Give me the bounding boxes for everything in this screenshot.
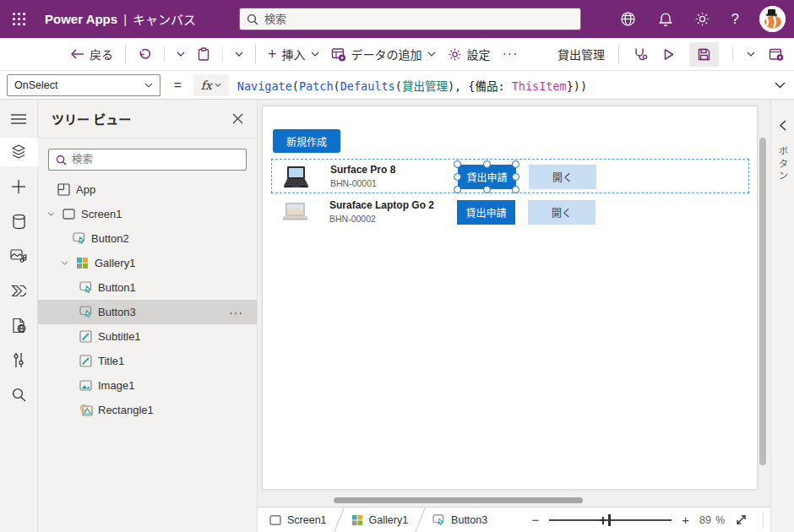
formula-token: ( [292, 79, 299, 93]
tree-item-label: Button2 [91, 232, 129, 245]
new-create-button[interactable]: 新規作成 [273, 129, 340, 153]
button-icon [432, 514, 445, 526]
overflow-menu-button[interactable]: ··· [503, 46, 519, 62]
global-search[interactable] [239, 8, 581, 30]
media-icon[interactable] [0, 242, 38, 270]
help-icon[interactable]: ? [731, 11, 739, 28]
left-rail [0, 100, 38, 532]
chevron-down-icon[interactable] [58, 261, 70, 265]
preview-play-icon[interactable] [661, 47, 676, 62]
selection-handle[interactable] [454, 160, 461, 168]
tree-search-input[interactable] [72, 154, 239, 166]
app-checker-icon[interactable] [633, 46, 648, 62]
paste-menu-button[interactable] [235, 52, 243, 57]
selection-handle[interactable] [512, 186, 519, 193]
breadcrumb-screen1[interactable]: Screen1 [258, 508, 339, 532]
chevron-down-icon[interactable] [45, 212, 57, 216]
zoom-value: 89 [699, 514, 711, 526]
tree-item-title1[interactable]: Title1 [38, 349, 257, 373]
fullscreen-icon[interactable] [735, 513, 748, 526]
tree-view-icon[interactable] [0, 138, 38, 166]
power-automate-icon[interactable] [0, 276, 38, 305]
command-bar: 戻る + 挿入 データの [0, 38, 794, 71]
selection-handle[interactable] [454, 186, 461, 193]
page-title: Power Apps | キャンバス [45, 10, 196, 28]
tree-item-rectangle1[interactable]: Rectangle1 [38, 398, 257, 422]
selection-handle[interactable] [483, 160, 491, 168]
tree-item-image1[interactable]: Image1 [38, 373, 257, 398]
expand-panel-icon[interactable] [780, 120, 786, 131]
chevron-down-icon [311, 52, 319, 57]
settings-icon[interactable] [694, 11, 711, 28]
open-button[interactable]: 開く [528, 200, 596, 225]
tree-item-label: Rectangle1 [98, 404, 154, 416]
virtual-agents-icon[interactable] [0, 311, 38, 339]
zoom-slider-thumb[interactable] [608, 514, 611, 526]
vertical-scrollbar[interactable] [759, 138, 766, 465]
lend-request-button[interactable]: 貸出申請 [457, 200, 515, 225]
back-button[interactable]: 戻る [71, 46, 113, 62]
zoom-slider[interactable] [549, 514, 672, 526]
hamburger-icon[interactable] [0, 106, 38, 132]
avatar[interactable] [759, 6, 786, 32]
formula-token: Navigate [237, 79, 292, 93]
advanced-tools-icon[interactable] [0, 345, 38, 374]
save-button[interactable] [689, 42, 719, 67]
search-input[interactable] [264, 13, 574, 25]
breadcrumb-gallery1[interactable]: Gallery1 [340, 508, 421, 532]
device-image [281, 201, 309, 224]
zoom-in-button[interactable]: + [682, 513, 689, 526]
save-menu-button[interactable] [747, 52, 755, 57]
formula-token: ( [395, 79, 402, 93]
tree-item-button3[interactable]: Button3 ··· [38, 300, 257, 324]
image-icon [79, 378, 93, 393]
undo-button[interactable] [138, 47, 152, 62]
chevron-down-icon [427, 52, 436, 57]
search-icon [247, 14, 258, 25]
plus-icon[interactable] [0, 172, 38, 201]
tree-item-app[interactable]: App [38, 177, 257, 202]
breadcrumb-button3[interactable]: Button3 [421, 508, 499, 532]
publish-icon[interactable] [769, 47, 784, 62]
zoom-out-button[interactable]: − [531, 513, 539, 526]
close-icon[interactable] [232, 113, 243, 124]
selection-handle[interactable] [512, 160, 519, 168]
tree-item-subtitle1[interactable]: Subtitle1 [38, 324, 257, 349]
gallery-row[interactable]: Suraface Laptop Go 2 BHN-00002 貸出申請 開く [271, 195, 749, 230]
waffle-icon[interactable] [0, 0, 38, 38]
horizontal-scrollbar[interactable] [334, 497, 583, 503]
tree-item-button1[interactable]: Button1 [38, 275, 257, 300]
environment-icon[interactable] [620, 11, 637, 28]
tree-search[interactable] [48, 149, 247, 171]
open-button[interactable]: 開く [529, 165, 596, 189]
paste-icon [197, 47, 210, 62]
tree-item-gallery1[interactable]: Gallery1 [38, 251, 257, 275]
insert-button[interactable]: + 挿入 [268, 46, 319, 62]
button-icon [79, 305, 93, 319]
notifications-icon[interactable] [657, 11, 674, 28]
zoom-fit-tick [602, 517, 604, 524]
toolbar-divider [255, 45, 256, 63]
selection-handle[interactable] [512, 173, 519, 181]
selection-handle[interactable] [483, 186, 491, 193]
app-canvas[interactable]: 新規作成 Surface Pro 8 BHN-00001 貸出申請 [262, 106, 758, 490]
search-icon[interactable] [0, 380, 38, 409]
data-icon[interactable] [0, 207, 38, 236]
selection-handle[interactable] [454, 173, 461, 181]
item-overflow-button[interactable]: ··· [229, 306, 243, 319]
settings-button[interactable]: 設定 [448, 46, 491, 62]
formula-bar-expand-button[interactable] [765, 82, 794, 89]
undo-menu-button[interactable] [177, 52, 185, 57]
tree-item-screen1[interactable]: Screen1 [38, 202, 257, 226]
formula-input[interactable]: Navigate(Patch(Defaults(貸出管理), {備品: This… [237, 77, 765, 94]
tree-item-button2[interactable]: Button2 [38, 226, 257, 251]
add-data-button[interactable]: データの追加 [331, 46, 436, 62]
product-name[interactable]: Power Apps [45, 12, 117, 26]
gallery-row[interactable]: Surface Pro 8 BHN-00001 貸出申請 開く [271, 159, 749, 193]
main-area: ツリー ビュー App Screen1 [0, 100, 794, 532]
fx-menu-button[interactable]: fx [193, 74, 229, 96]
zoom-controls: − + 89 % [531, 512, 770, 529]
paste-button[interactable] [197, 47, 210, 62]
item-text: Suraface Laptop Go 2 BHN-00002 [329, 199, 434, 224]
property-selector[interactable]: OnSelect [7, 74, 160, 96]
